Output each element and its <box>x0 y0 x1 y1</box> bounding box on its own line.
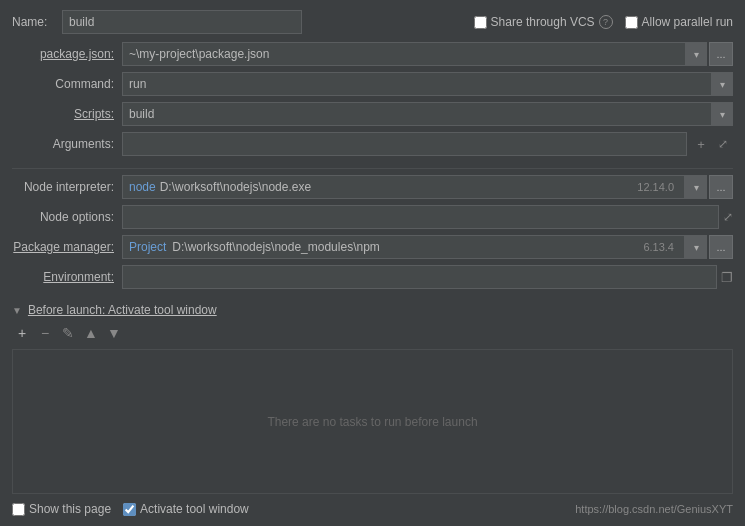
pm-browse-button[interactable]: ... <box>709 235 733 259</box>
share-vcs-label: Share through VCS <box>491 15 595 29</box>
allow-parallel-label: Allow parallel run <box>642 15 733 29</box>
before-launch-toggle[interactable]: ▼ <box>12 305 22 316</box>
node-options-input[interactable] <box>122 205 719 229</box>
node-interpreter-label: Node interpreter: <box>12 180 122 194</box>
show-page-label: Show this page <box>29 502 111 516</box>
share-vcs-checkbox-label[interactable]: Share through VCS ? <box>474 15 613 29</box>
scripts-label: Scripts: <box>12 107 122 121</box>
help-icon[interactable]: ? <box>599 15 613 29</box>
node-interpreter-field: node D:\worksoft\nodejs\node.exe 12.14.0 <box>122 175 685 199</box>
environment-edit-button[interactable]: ❐ <box>721 270 733 285</box>
pm-keyword: Project <box>129 240 166 254</box>
name-label: Name: <box>12 15 54 29</box>
node-interpreter-dropdown-arrow[interactable]: ▾ <box>685 175 707 199</box>
before-launch-toolbar: + − ✎ ▲ ▼ <box>12 323 733 343</box>
pm-version: 6.13.4 <box>643 241 674 253</box>
package-json-browse-button[interactable]: ... <box>709 42 733 66</box>
node-options-label: Node options: <box>12 210 122 224</box>
activate-tool-checkbox-label[interactable]: Activate tool window <box>123 502 249 516</box>
package-json-label: package.json: <box>12 47 122 61</box>
move-down-button[interactable]: ▼ <box>104 323 124 343</box>
arguments-input[interactable] <box>122 132 687 156</box>
node-options-expand-button[interactable]: ⤢ <box>723 210 733 224</box>
no-tasks-area: There are no tasks to run before launch <box>12 349 733 494</box>
node-keyword: node <box>129 180 156 194</box>
no-tasks-text: There are no tasks to run before launch <box>267 415 477 429</box>
edit-task-button[interactable]: ✎ <box>58 323 78 343</box>
node-interpreter-version: 12.14.0 <box>637 181 674 193</box>
allow-parallel-checkbox-label[interactable]: Allow parallel run <box>625 15 733 29</box>
allow-parallel-checkbox[interactable] <box>625 16 638 29</box>
arguments-expand-button[interactable]: ⤢ <box>713 134 733 154</box>
footer-url[interactable]: https://blog.csdn.net/GeniusXYT <box>575 503 733 515</box>
activate-tool-checkbox[interactable] <box>123 503 136 516</box>
footer: Show this page Activate tool window http… <box>12 502 733 520</box>
environment-input[interactable] <box>122 265 717 289</box>
name-input[interactable] <box>62 10 302 34</box>
package-manager-field: Project D:\worksoft\nodejs\node_modules\… <box>122 235 685 259</box>
environment-label: Environment: <box>12 270 122 284</box>
before-launch-title: Before launch: Activate tool window <box>28 303 217 317</box>
command-label: Command: <box>12 77 122 91</box>
node-interpreter-path: D:\worksoft\nodejs\node.exe <box>160 180 634 194</box>
command-select[interactable]: run test build <box>122 72 733 96</box>
move-up-button[interactable]: ▲ <box>81 323 101 343</box>
arguments-add-button[interactable]: + <box>691 134 711 154</box>
activate-tool-label: Activate tool window <box>140 502 249 516</box>
add-task-button[interactable]: + <box>12 323 32 343</box>
section-divider-1 <box>12 168 733 169</box>
arguments-label: Arguments: <box>12 137 122 151</box>
scripts-select[interactable]: build start test <box>122 102 733 126</box>
show-page-checkbox-label[interactable]: Show this page <box>12 502 111 516</box>
remove-task-button[interactable]: − <box>35 323 55 343</box>
node-interpreter-browse-button[interactable]: ... <box>709 175 733 199</box>
pm-dropdown-arrow[interactable]: ▾ <box>685 235 707 259</box>
share-vcs-checkbox[interactable] <box>474 16 487 29</box>
pm-path: D:\worksoft\nodejs\node_modules\npm <box>172 240 643 254</box>
show-page-checkbox[interactable] <box>12 503 25 516</box>
package-manager-label: Package manager: <box>12 240 122 254</box>
package-json-input[interactable] <box>122 42 707 66</box>
